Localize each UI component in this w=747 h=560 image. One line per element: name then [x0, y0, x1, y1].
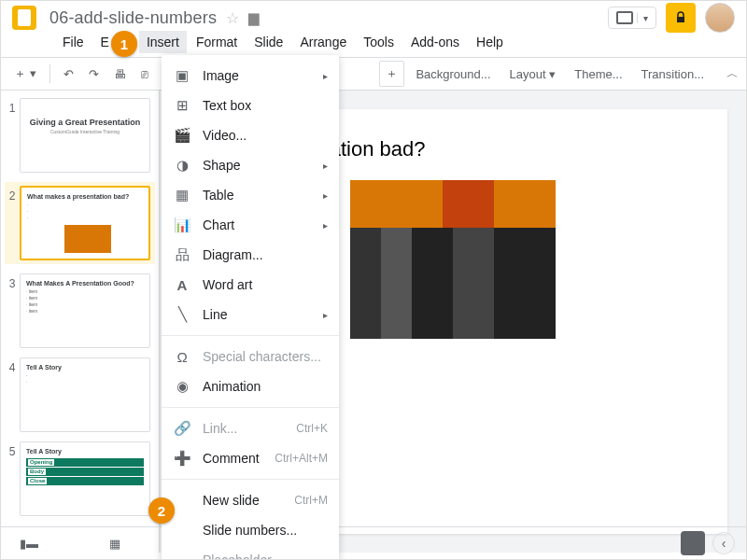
main-area: 1 Giving a Great Presentation CustomGuid… — [1, 91, 746, 553]
shape-icon: ◑ — [173, 156, 191, 175]
image-icon: ▣ — [173, 66, 191, 85]
thumb-2[interactable]: 2 What makes a presentation bad? ··· — [5, 182, 155, 264]
star-icon[interactable]: ☆ — [226, 9, 239, 27]
share-button[interactable] — [666, 3, 696, 33]
line-icon: ╲ — [173, 305, 191, 324]
user-avatar[interactable] — [705, 3, 735, 33]
theme-button[interactable]: Theme... — [567, 63, 629, 85]
menu-format[interactable]: Format — [189, 31, 245, 53]
callout-badge-2: 2 — [148, 497, 175, 524]
menu-item-special-chars: ΩSpecial characters... — [162, 342, 339, 371]
omega-icon: Ω — [173, 347, 191, 366]
background-button[interactable]: Background... — [408, 63, 498, 85]
document-title[interactable]: 06-add-slide-numbers — [49, 8, 217, 28]
collapse-toolbar-icon[interactable]: ︿ — [726, 65, 739, 82]
undo-button[interactable]: ↶ — [58, 63, 79, 85]
menu-item-link: 🔗Link...Ctrl+K — [162, 413, 339, 443]
toolbar: ＋ ▾ ↶ ↷ 🖶 ⎚ ＋ Background... Layout ▾ The… — [1, 57, 746, 91]
redo-button[interactable]: ↷ — [83, 63, 105, 85]
chart-icon: 📊 — [173, 216, 191, 234]
callout-badge-1: 1 — [111, 31, 137, 57]
title-bar: 06-add-slide-numbers ☆ ▆ ▾ — [1, 1, 746, 29]
present-icon — [616, 11, 633, 24]
new-slide-button[interactable]: ＋ ▾ — [8, 62, 42, 86]
thumb-1[interactable]: 1 Giving a Great Presentation CustomGuid… — [5, 98, 155, 173]
grid-view-icon[interactable]: ▦ — [102, 533, 128, 554]
table-icon: ▦ — [173, 186, 191, 204]
menu-item-image[interactable]: ▣Image▸ — [162, 61, 339, 91]
slides-logo[interactable] — [12, 6, 36, 30]
menu-item-comment[interactable]: ➕CommentCtrl+Alt+M — [162, 443, 339, 473]
menu-item-animation[interactable]: ◉Animation — [162, 371, 339, 401]
thumb-image — [64, 225, 111, 253]
expand-panel-icon[interactable]: ‹ — [712, 532, 735, 554]
blank-icon — [173, 551, 191, 560]
textbox-icon: ⊞ — [173, 96, 191, 115]
menu-file[interactable]: File — [55, 31, 92, 53]
menu-item-table[interactable]: ▦Table▸ — [162, 180, 339, 210]
menu-item-diagram[interactable]: 品Diagram... — [162, 240, 339, 270]
menu-addons[interactable]: Add-ons — [403, 31, 467, 53]
menu-item-wordart[interactable]: AWord art — [162, 270, 339, 300]
filmstrip-view-icon[interactable]: ▮▬ — [12, 533, 46, 554]
link-icon: 🔗 — [173, 419, 191, 438]
thumb-3[interactable]: 3 What Makes A Presentation Good? · item… — [5, 273, 155, 348]
insert-dropdown: ▣Image▸ ⊞Text box 🎬Video... ◑Shape▸ ▦Tab… — [162, 55, 339, 560]
slide-image[interactable] — [350, 180, 556, 339]
menu-item-chart[interactable]: 📊Chart▸ — [162, 210, 339, 240]
blank-icon — [173, 521, 191, 539]
menu-tools[interactable]: Tools — [356, 31, 402, 53]
folder-icon[interactable]: ▆ — [248, 9, 260, 26]
thumb-4[interactable]: 4 Tell A Story ·· — [5, 357, 155, 432]
blank-icon — [173, 491, 191, 510]
comment-icon: ➕ — [173, 449, 191, 468]
print-button[interactable]: 🖶 — [108, 63, 132, 85]
wordart-icon: A — [173, 275, 191, 294]
menu-item-slide-numbers[interactable]: Slide numbers... — [162, 515, 339, 545]
lock-icon — [673, 10, 688, 25]
explore-button[interactable] — [681, 531, 705, 555]
menu-item-new-slide[interactable]: New slideCtrl+M — [162, 485, 339, 515]
add-button[interactable]: ＋ — [379, 61, 404, 87]
diagram-icon: 品 — [173, 245, 191, 264]
menu-item-line[interactable]: ╲Line▸ — [162, 300, 339, 329]
bottom-bar: ▮▬ ▦ ‹ — [1, 526, 746, 559]
layout-button[interactable]: Layout ▾ — [502, 63, 564, 85]
menu-item-shape[interactable]: ◑Shape▸ — [162, 150, 339, 180]
menu-item-textbox[interactable]: ⊞Text box — [162, 91, 339, 120]
menu-item-placeholder: Placeholder▸ — [162, 545, 339, 560]
thumb-5[interactable]: 5 Tell A Story Opening Body Close — [5, 441, 155, 516]
menu-arrange[interactable]: Arrange — [292, 31, 354, 53]
svg-rect-0 — [677, 17, 684, 22]
video-icon: 🎬 — [173, 126, 191, 145]
slide-panel[interactable]: 1 Giving a Great Presentation CustomGuid… — [1, 91, 160, 553]
animation-icon: ◉ — [173, 377, 191, 396]
menu-help[interactable]: Help — [469, 31, 511, 53]
menu-item-video[interactable]: 🎬Video... — [162, 120, 339, 150]
present-dropdown-caret[interactable]: ▾ — [637, 13, 648, 23]
menu-slide[interactable]: Slide — [247, 31, 290, 53]
present-button[interactable]: ▾ — [608, 7, 656, 29]
transition-button[interactable]: Transition... — [634, 63, 712, 85]
menu-insert[interactable]: Insert — [139, 31, 187, 53]
paint-format-button[interactable]: ⎚ — [135, 63, 154, 85]
